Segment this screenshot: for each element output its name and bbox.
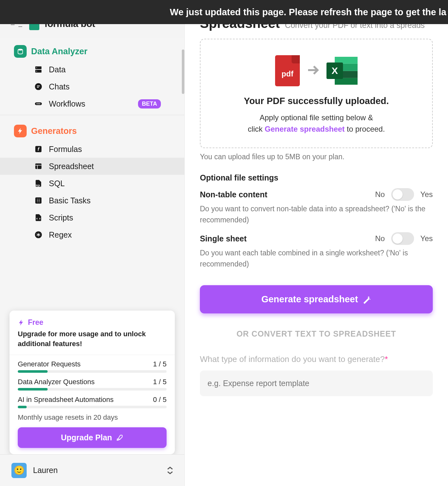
bolt-icon [18,319,25,326]
single-sheet-toggle[interactable] [391,232,414,245]
user-footer[interactable]: 🙂 Lauren [0,454,184,486]
nav-label: Scripts [49,213,73,222]
nav-label: Basic Tasks [49,196,91,205]
setting-non-table-desc: Do you want to convert non-table data in… [200,203,433,225]
svg-rect-2 [35,70,42,73]
nav-sql[interactable]: SQL SQL [0,175,184,192]
nav-label: Spreadsheet [49,162,94,171]
section-label: Data Analyzer [31,47,88,56]
svg-rect-14 [35,197,42,204]
nav-label: Formulas [49,145,82,154]
usage-row: Data Analyzer Questions1 / 5 [18,378,167,386]
function-icon: f [34,144,43,154]
data-icon [34,65,43,74]
upload-zone[interactable]: pdf X Your PDF successfully uploaded. Ap… [200,39,433,148]
section-generators[interactable]: Generators [0,121,184,141]
chevron-up-icon [167,466,173,470]
refresh-banner: We just updated this page. Please refres… [0,0,448,24]
svg-point-4 [36,71,37,71]
arrow-right-icon [306,62,321,79]
wand-icon [362,295,371,304]
upgrade-pitch: Upgrade for more usage and to unlock add… [18,329,167,349]
usage-row: AI in Spreadsheet Automations0 / 5 [18,396,167,404]
upload-note: You can upload files up to 5MB on your p… [200,153,433,161]
settings-title: Optional file settings [200,173,433,182]
user-avatar: 🙂 [11,463,27,478]
workflow-icon [34,99,43,108]
question-label: What type of information do you want to … [200,354,433,364]
nav-data[interactable]: Data [0,61,184,78]
tasks-icon [34,196,43,205]
toggle-yes-label: Yes [420,190,433,199]
beta-badge: BETA [138,99,161,108]
svg-point-9 [39,103,40,104]
setting-non-table-label: Non-table content [200,190,369,199]
nav-workflows[interactable]: Workflows BETA [0,95,184,112]
nav-label: Data [49,65,66,74]
scrollbar[interactable] [182,49,184,94]
svg-point-3 [36,68,37,68]
usage-bar [18,370,167,373]
generate-link[interactable]: Generate spreadsheet [265,125,345,133]
bolt-icon [14,125,27,137]
nav-label: SQL [49,179,65,188]
scripts-icon [34,213,43,222]
svg-point-5 [35,83,42,90]
regex-icon [34,230,43,240]
nav-regex[interactable]: Regex [0,226,184,243]
upgrade-plan-button[interactable]: Upgrade Plan [18,427,167,448]
setting-single-sheet-desc: Do you want each table combined in a sin… [200,247,433,269]
svg-point-7 [36,103,37,104]
sidebar: formula bot Data Analyzer Data Chats Wor… [0,0,185,486]
nav-chats[interactable]: Chats [0,78,184,95]
rocket-icon [116,434,123,442]
database-icon [14,45,27,58]
non-table-toggle[interactable] [391,188,414,201]
nav-basic-tasks[interactable]: Basic Tasks [0,192,184,209]
svg-rect-12 [35,163,42,169]
usage-card: Free Upgrade for more usage and to unloc… [10,311,175,454]
usage-row: Generator Requests1 / 5 [18,360,167,368]
nav-label: Workflows [49,99,85,108]
usage-bar [18,388,167,391]
user-menu-toggle[interactable] [167,466,173,475]
sql-icon: SQL [34,179,43,188]
or-divider: OR CONVERT TEXT TO SPREADSHEET [200,329,433,338]
pdf-icon: pdf [275,55,300,86]
generate-spreadsheet-button[interactable]: Generate spreadsheet [200,285,433,313]
svg-point-8 [38,103,39,104]
section-label: Generators [31,126,77,136]
svg-point-0 [18,49,23,51]
excel-icon: X [326,57,358,85]
section-data-analyzer[interactable]: Data Analyzer [0,42,184,61]
plan-tier: Free [18,318,167,327]
usage-bar [18,406,167,408]
upload-success-text: Your PDF successfully uploaded. [213,96,419,106]
svg-text:SQL: SQL [36,184,41,187]
upload-instructions: Apply optional file setting below & clic… [213,112,419,135]
nav-scripts[interactable]: Scripts [0,209,184,226]
nav-label: Chats [49,82,69,91]
generate-type-input[interactable] [200,371,433,396]
spreadsheet-icon [34,161,43,171]
nav-label: Regex [49,230,72,240]
toggle-no-label: No [375,234,385,243]
toggle-yes-label: Yes [420,234,433,243]
svg-rect-1 [35,66,42,69]
user-name: Lauren [33,466,58,475]
nav-spreadsheet[interactable]: Spreadsheet [0,158,184,175]
reset-text: Monthly usage resets in 20 days [18,413,167,422]
toggle-no-label: No [375,190,385,199]
chevron-down-icon [167,471,173,475]
nav-formulas[interactable]: f Formulas [0,141,184,158]
chat-icon [34,82,43,91]
setting-single-sheet-label: Single sheet [200,234,369,243]
main-content: Spreadsheet Convert your PDF or text int… [185,0,448,486]
